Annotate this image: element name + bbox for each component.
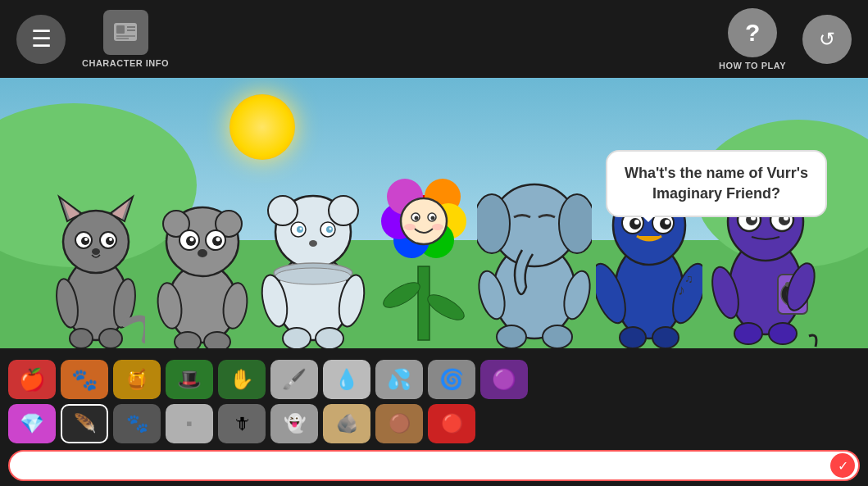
svg-point-96: [652, 327, 679, 348]
reset-icon: ↺: [802, 15, 852, 64]
how-to-play-label: HOW TO PLAY: [719, 61, 786, 70]
question-icon: ?: [728, 8, 777, 57]
tool-black-feather[interactable]: 🪶: [61, 404, 108, 443]
svg-point-71: [431, 216, 435, 220]
tool-paw[interactable]: 🐾: [61, 360, 108, 399]
character-flower: [370, 135, 477, 348]
svg-point-21: [70, 329, 93, 348]
svg-point-55: [283, 328, 311, 348]
tool-water[interactable]: 💦: [375, 360, 423, 399]
answer-input-wrapper: ✓: [8, 450, 860, 481]
top-left-controls: ☰ CHARACTER INFO: [16, 10, 169, 68]
toolbar: 🍎 🐾 🍯 🎩 ✋ 🖌️ 💧 💦 🌀 🟣 �: [0, 355, 868, 445]
top-right-controls: ? HOW TO PLAY ↺: [719, 8, 852, 70]
character-panda: [256, 143, 370, 348]
tool-purple-circle[interactable]: 🟣: [480, 360, 528, 399]
top-bar: ☰ CHARACTER INFO ? HOW TO PLAY ↺: [0, 0, 868, 78]
character-round-gray: [149, 152, 256, 348]
tool-honeycomb[interactable]: 🍯: [113, 360, 161, 399]
answer-input[interactable]: [8, 450, 860, 481]
svg-point-70: [415, 216, 419, 220]
svg-point-17: [109, 238, 112, 241]
svg-point-78: [497, 325, 526, 348]
tool-hat[interactable]: 🎩: [166, 360, 213, 399]
tool-tan[interactable]: 🪨: [323, 404, 370, 443]
hamburger-icon: ☰: [16, 15, 66, 64]
tool-hand[interactable]: ✋: [218, 360, 266, 399]
elephant-svg: [477, 135, 592, 348]
svg-point-118: [734, 323, 762, 344]
svg-rect-57: [418, 266, 429, 340]
svg-point-77: [559, 194, 592, 253]
svg-point-119: [769, 323, 797, 344]
tool-brown[interactable]: 🟤: [375, 404, 423, 443]
svg-point-49: [329, 228, 332, 230]
menu-button[interactable]: ☰: [16, 15, 66, 64]
svg-point-52: [275, 268, 351, 284]
svg-point-91: [634, 220, 639, 225]
svg-point-92: [665, 220, 670, 225]
svg-point-33: [198, 249, 207, 257]
svg-point-41: [329, 196, 358, 225]
game-scene: ♪ ♫: [0, 78, 868, 348]
svg-point-95: [620, 327, 646, 348]
input-area: ✓: [0, 445, 868, 486]
svg-point-16: [84, 238, 88, 241]
character-info-label: CHARACTER INFO: [82, 58, 169, 68]
flower-svg: [370, 135, 477, 348]
character-cat: [43, 152, 149, 348]
tool-spiral[interactable]: 🌀: [428, 360, 475, 399]
reset-button[interactable]: ↺: [802, 15, 852, 64]
svg-point-36: [175, 332, 201, 348]
svg-point-37: [204, 332, 230, 348]
tool-ghost[interactable]: 👻: [270, 404, 318, 443]
svg-point-50: [309, 240, 317, 247]
tool-droplet[interactable]: 💧: [323, 360, 370, 399]
panda-svg: [260, 143, 366, 348]
svg-text:♫: ♫: [684, 272, 693, 285]
tool-brush[interactable]: 🖌️: [270, 360, 318, 399]
svg-point-18: [92, 248, 100, 255]
svg-point-7: [63, 211, 129, 273]
character-elephant: [477, 135, 592, 348]
how-to-play-button[interactable]: ? HOW TO PLAY: [719, 8, 786, 70]
svg-point-56: [316, 328, 343, 348]
tool-claw[interactable]: 🐾: [113, 404, 161, 443]
svg-point-40: [268, 196, 298, 225]
tool-gray-square[interactable]: ▪: [166, 404, 213, 443]
svg-point-58: [379, 278, 423, 312]
svg-point-32: [216, 238, 220, 242]
cat-svg: [47, 152, 145, 348]
check-icon: ✓: [838, 458, 848, 474]
svg-point-31: [190, 238, 194, 242]
char-info-svg: [111, 18, 140, 48]
svg-point-79: [543, 325, 572, 348]
toolbar-row-1: 🍎 🐾 🍯 🎩 ✋ 🖌️ 💧 💦 🌀 🟣: [8, 360, 860, 399]
speech-bubble: Wha't's the name of Vurr's Imaginary Fri…: [606, 150, 827, 217]
tool-red2[interactable]: 🔴: [428, 404, 475, 443]
svg-point-48: [300, 228, 302, 230]
svg-point-67: [401, 198, 447, 244]
svg-point-72: [404, 224, 416, 230]
character-info-icon: [103, 10, 148, 55]
character-info-button[interactable]: CHARACTER INFO: [82, 10, 169, 68]
submit-button[interactable]: ✓: [830, 453, 855, 478]
svg-point-22: [99, 329, 122, 348]
tool-sword[interactable]: 🗡: [218, 404, 266, 443]
tool-diamond[interactable]: 💎: [8, 404, 56, 443]
svg-point-73: [432, 224, 443, 230]
svg-point-59: [424, 290, 467, 325]
tool-apple[interactable]: 🍎: [8, 360, 56, 399]
toolbar-row-2: 💎 🪶 🐾 ▪ 🗡 👻 🪨 🟤 🔴: [8, 404, 860, 443]
svg-point-76: [477, 194, 510, 253]
svg-rect-1: [116, 25, 125, 34]
round-gray-svg: [153, 152, 252, 348]
speech-text: Wha't's the name of Vurr's Imaginary Fri…: [625, 165, 808, 202]
